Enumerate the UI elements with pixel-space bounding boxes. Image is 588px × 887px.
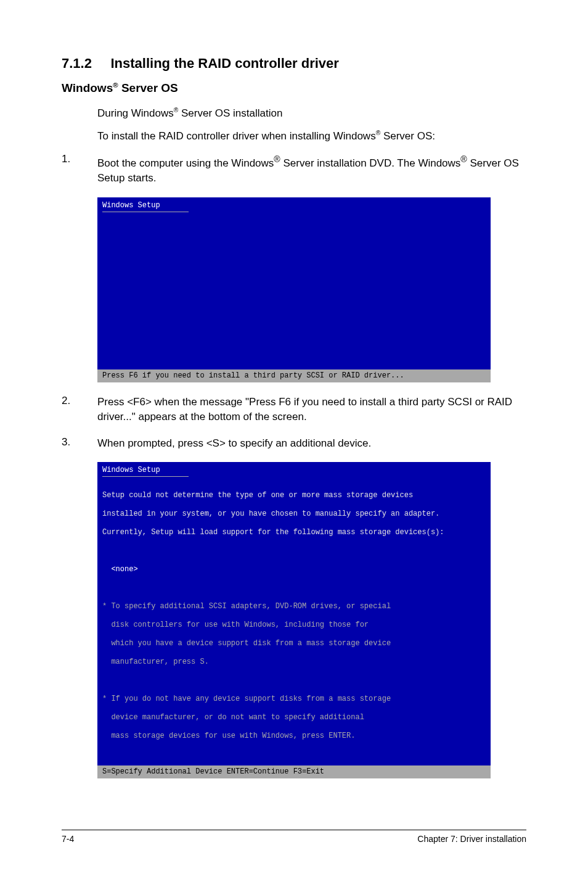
setup-line: mass storage devices for use with Window… <box>102 732 486 741</box>
footer-chapter: Chapter 7: Driver installation <box>417 834 526 844</box>
setup-line: * If you do not have any device support … <box>102 695 486 704</box>
registered-mark: ® <box>113 81 118 89</box>
setup-line: disk controllers for use with Windows, i… <box>102 621 486 630</box>
setup-title: Windows Setup <box>97 462 491 476</box>
setup-statusbar: Press F6 if you need to install a third … <box>97 369 491 382</box>
setup-line: device manufacturer, or do not want to s… <box>102 713 486 722</box>
section-heading: 7.1.2 Installing the RAID controller dri… <box>62 56 526 72</box>
setup-line: which you have a device support disk fro… <box>102 639 486 648</box>
step-number: 1. <box>62 153 97 186</box>
step-2: 2. Press <F6> when the message "Press F6… <box>62 395 526 425</box>
windows-setup-screen-1: Windows Setup Press F6 if you need to in… <box>97 197 491 382</box>
setup-statusbar: S=Specify Additional Device ENTER=Contin… <box>97 765 491 778</box>
subheading-prefix: Windows <box>62 81 113 94</box>
page-footer: 7-4 Chapter 7: Driver installation <box>62 830 526 844</box>
step-text: When prompted, press <S> to specify an a… <box>97 436 526 452</box>
step-number: 2. <box>62 395 97 425</box>
setup-line: Currently, Setup will load support for t… <box>102 528 486 537</box>
intro-1-suffix: Server OS installation <box>178 107 282 119</box>
intro-line-1: During Windows® Server OS installation <box>97 106 526 122</box>
setup-line: manufacturer, press S. <box>102 658 486 667</box>
intro-2-suffix: Server OS: <box>380 130 435 142</box>
section-number: 7.1.2 <box>62 56 92 71</box>
registered-mark: ® <box>274 154 280 164</box>
step-3: 3. When prompted, press <S> to specify a… <box>62 436 526 452</box>
subheading-suffix: Server OS <box>118 81 178 94</box>
setup-title: Windows Setup <box>97 197 491 212</box>
section-title: Installing the RAID controller driver <box>111 56 339 71</box>
step1-b: Server installation DVD. The Windows <box>280 157 461 168</box>
windows-setup-screen-2: Windows Setup Setup could not determine … <box>97 462 491 778</box>
step-number: 3. <box>62 436 97 452</box>
setup-underline <box>102 212 189 212</box>
setup-line: Setup could not determine the type of on… <box>102 491 486 500</box>
step-1: 1. Boot the computer using the Windows® … <box>62 153 526 186</box>
setup-none: <none> <box>102 565 486 574</box>
setup-line: installed in your system, or you have ch… <box>102 510 486 519</box>
step-text: Boot the computer using the Windows® Ser… <box>97 153 526 186</box>
intro-line-2: To install the RAID controller driver wh… <box>97 129 526 144</box>
registered-mark: ® <box>460 154 467 164</box>
setup-body: Setup could not determine the type of on… <box>97 479 491 765</box>
intro-1-prefix: During Windows <box>97 107 174 119</box>
footer-page-number: 7-4 <box>62 834 86 844</box>
intro-2-prefix: To install the RAID controller driver wh… <box>97 130 376 142</box>
step1-a: Boot the computer using the Windows <box>97 157 274 168</box>
setup-line: * To specify additional SCSI adapters, D… <box>102 602 486 611</box>
sub-heading: Windows® Server OS <box>62 81 526 95</box>
step-text: Press <F6> when the message "Press F6 if… <box>97 395 526 425</box>
setup-underline <box>102 476 189 477</box>
setup-empty-area <box>97 215 491 369</box>
